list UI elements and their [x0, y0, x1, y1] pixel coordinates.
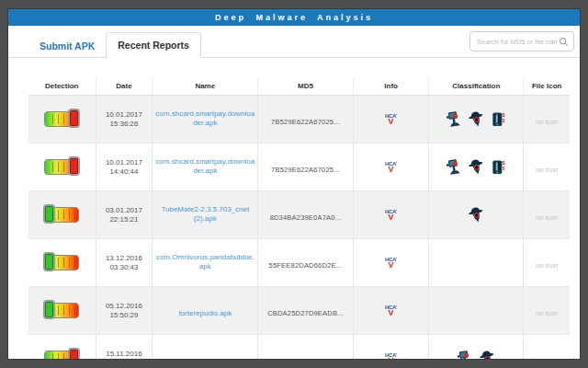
- md5-cell: 0AEA4DC92700484...: [258, 335, 354, 360]
- report-md5: 0AEA4DC92700484...: [270, 357, 341, 360]
- name-cell: China Unicom.apk: [153, 335, 258, 360]
- file-icon-cell: no icon: [524, 335, 570, 360]
- classification-cell: [429, 191, 524, 239]
- app-window: Deep Malware Analysis Submit APK Recent …: [8, 9, 580, 359]
- hca-analysis-icon: HCA’ V: [385, 352, 397, 360]
- table-row: 10.01.201714:40:44com.shcard.smartpay.do…: [28, 144, 570, 191]
- table-row: 03.01.201722:15:21TubeMate2-2.3.5.703_cn…: [28, 191, 570, 239]
- report-name-link[interactable]: com.Omnivorus.pandabubble.apk: [154, 253, 255, 271]
- app-title: Deep Malware Analysis: [215, 13, 373, 22]
- reports-table: DetectionDateNameMD5InfoClassificationFi…: [28, 77, 570, 359]
- report-md5: 7B529E622A67025...: [271, 118, 340, 126]
- column-header-file-icon: File Icon: [524, 77, 570, 96]
- file-icon-placeholder: no icon: [536, 118, 558, 126]
- report-time: 11:07:29: [98, 359, 151, 360]
- file-icon-cell: no icon: [524, 96, 570, 144]
- report-time: 15:50:29: [98, 311, 151, 320]
- spy-trojan-icon: [479, 350, 496, 359]
- table-header-row: DetectionDateNameMD5InfoClassificationFi…: [28, 77, 570, 96]
- classification-cell: $ $: [429, 144, 524, 191]
- report-name-link[interactable]: forterepudio.apk: [178, 309, 232, 318]
- search-input[interactable]: [475, 37, 559, 47]
- classification-cell: $ $: [429, 96, 524, 144]
- classification-icons: $ $: [431, 110, 521, 128]
- column-header-info: Info: [353, 77, 428, 96]
- report-date: 15.11.2016: [98, 350, 151, 359]
- report-time: 03:30:43: [98, 263, 151, 272]
- classification-cell: [429, 239, 524, 287]
- file-icon-cell: no icon: [524, 239, 570, 287]
- hca-analysis-icon: HCA’ V: [385, 305, 397, 316]
- search-icon[interactable]: [559, 37, 569, 47]
- info-cell: HCA’ V: [353, 335, 428, 360]
- name-cell: com.shcard.smartpay.downloader.apk: [153, 96, 258, 144]
- tab-submit-apk[interactable]: Submit APK: [28, 34, 106, 58]
- report-md5: 8D34BA239E0A7A0...: [270, 213, 342, 222]
- report-date: 13.12.2016: [98, 254, 151, 263]
- report-name-link[interactable]: TubeMate2-2.3.5.703_cnet (2).apk: [154, 205, 255, 224]
- hca-analysis-icon: HCA’ V: [385, 161, 397, 173]
- report-date: 10.01.2017: [98, 158, 151, 167]
- app-header: Deep Malware Analysis: [8, 9, 580, 26]
- report-name-link[interactable]: China Unicom.apk: [175, 357, 235, 360]
- detection-cell: [28, 191, 96, 239]
- md5-cell: 7B529E622A67025...: [258, 96, 354, 144]
- file-icon-placeholder: no icon: [536, 309, 558, 317]
- info-cell: HCA’ V: [353, 144, 428, 191]
- detection-gauge-low: [44, 255, 79, 270]
- spy-trojan-icon: [468, 206, 485, 224]
- detection-gauge-low: [44, 303, 79, 318]
- date-cell: 10.01.201714:40:44: [96, 144, 153, 191]
- file-icon-cell: no icon: [524, 191, 570, 239]
- md5-cell: 55FEE82DAD66D2E...: [258, 239, 354, 287]
- spy-trojan-icon: [468, 158, 485, 176]
- classification-cell: [429, 287, 524, 335]
- report-date: 05.12.2016: [98, 302, 151, 311]
- column-header-date: Date: [96, 77, 153, 96]
- report-name-link[interactable]: com.shcard.smartpay.downloader.apk: [154, 157, 255, 176]
- file-icon-placeholder: no icon: [536, 166, 558, 174]
- classification-cell: [429, 335, 524, 360]
- phone-dollar-icon: $ $: [490, 158, 507, 176]
- report-time: 15:36:26: [98, 120, 151, 129]
- phone-dollar-icon: $ $: [490, 110, 507, 128]
- classification-icons: $ $: [431, 158, 521, 176]
- detection-cell: [28, 144, 96, 191]
- report-md5: CBDA25D27D9EADB...: [267, 309, 344, 317]
- name-cell: com.shcard.smartpay.downloader.apk: [153, 144, 258, 191]
- report-name-link[interactable]: com.shcard.smartpay.downloader.apk: [154, 109, 255, 128]
- file-icon-cell: no icon: [524, 287, 570, 335]
- detection-gauge-low: [44, 207, 79, 223]
- classification-icons: [431, 350, 521, 359]
- svg-text:$: $: [503, 167, 505, 171]
- detection-gauge-high: [44, 351, 79, 359]
- report-md5: 55FEE82DAD66D2E...: [269, 261, 343, 270]
- info-cell: HCA’ V: [353, 239, 428, 287]
- search-box: [469, 31, 574, 52]
- report-md5: 7B529E622A67025...: [271, 166, 340, 174]
- md5-cell: 8D34BA239E0A7A0...: [258, 191, 354, 239]
- table-row: 10.01.201715:36:26com.shcard.smartpay.do…: [28, 96, 570, 144]
- column-header-name: Name: [153, 77, 258, 96]
- date-cell: 15.11.201611:07:29: [96, 335, 153, 360]
- detection-cell: [28, 96, 96, 144]
- report-time: 22:15:21: [98, 215, 151, 224]
- svg-text:$: $: [502, 111, 505, 118]
- detection-gauge-high: [44, 111, 79, 127]
- table-row: 05.12.201615:50:29forterepudio.apkCBDA25…: [28, 287, 570, 335]
- hca-analysis-icon: HCA’ V: [385, 209, 397, 221]
- report-date: 10.01.2017: [98, 110, 151, 120]
- file-icon-placeholder: no icon: [536, 357, 558, 360]
- file-icon-cell: no icon: [524, 144, 570, 191]
- date-cell: 03.01.201722:15:21: [96, 191, 153, 239]
- svg-text:$: $: [502, 159, 505, 166]
- spyware-icon: [457, 350, 474, 359]
- detection-cell: [28, 335, 96, 360]
- md5-cell: CBDA25D27D9EADB...: [258, 287, 354, 335]
- spy-trojan-icon: [468, 110, 485, 128]
- detection-gauge-high: [44, 159, 79, 175]
- detection-cell: [28, 287, 96, 335]
- tab-recent-reports[interactable]: Recent Reports: [106, 32, 201, 58]
- svg-text:$: $: [503, 119, 505, 123]
- table-row: 15.11.201611:07:29China Unicom.apk0AEA4D…: [28, 335, 570, 360]
